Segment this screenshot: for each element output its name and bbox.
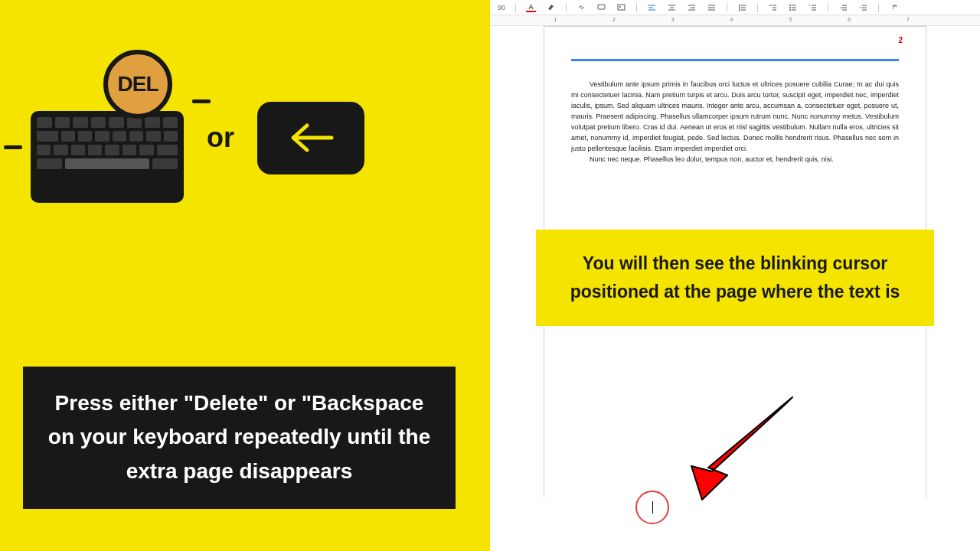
keyboard-with-del-icon: DEL [31, 69, 184, 207]
ruler-tick: 7 [906, 17, 910, 22]
svg-text:1: 1 [808, 3, 811, 7]
body-paragraph[interactable]: Vestibulum ante ipsum primis in faucibus… [571, 80, 899, 165]
google-docs-preview: 90 A [490, 0, 980, 551]
paragraph-2: Nunc nec neque. Phasellus leo dolor, tem… [590, 155, 834, 163]
or-text: or [207, 122, 234, 154]
header-divider [571, 59, 899, 61]
indent-decrease-icon[interactable] [838, 2, 848, 12]
tutorial-left-panel: DEL or Press either "Delete" or "Backspa… [0, 0, 490, 551]
numbered-list-icon[interactable]: 1 [808, 2, 818, 12]
align-justify-icon[interactable] [707, 2, 717, 12]
svg-point-24 [789, 9, 791, 11]
align-center-icon[interactable] [667, 2, 677, 12]
svg-rect-2 [618, 5, 625, 10]
keyboard-icon [31, 111, 184, 203]
docs-toolbar: 90 A [490, 0, 980, 15]
svg-text:T: T [891, 4, 896, 11]
backspace-key-icon [257, 102, 364, 174]
clear-formatting-icon[interactable]: T [889, 2, 899, 12]
paragraph-1: Vestibulum ante ipsum primis in faucibus… [571, 80, 899, 152]
svg-point-23 [789, 7, 791, 8]
ruler-tick: 6 [848, 17, 851, 22]
ruler-tick: 1 [554, 17, 557, 22]
highlight-icon[interactable] [546, 2, 556, 12]
svg-point-3 [619, 6, 621, 8]
line-spacing-icon[interactable] [737, 2, 747, 12]
bullet-list-icon[interactable] [788, 2, 798, 12]
speed-line-icon [192, 99, 211, 103]
svg-rect-1 [598, 5, 605, 9]
speed-line-icon [4, 145, 22, 149]
svg-point-22 [789, 5, 791, 6]
cursor-highlight-circle [635, 491, 669, 524]
comment-icon[interactable] [596, 2, 606, 12]
right-caption: You will then see the blinking cursor po… [536, 230, 934, 326]
indent-increase-icon[interactable] [858, 2, 868, 12]
del-label: DEL [118, 72, 158, 96]
ruler-tick: 3 [671, 17, 675, 22]
ruler-tick: 5 [789, 17, 792, 22]
ruler-tick: 2 [612, 17, 616, 22]
checklist-icon[interactable] [768, 2, 778, 12]
align-left-icon[interactable] [647, 2, 657, 12]
key-icons-row: DEL or [31, 69, 467, 207]
zoom-level[interactable]: 90 [498, 4, 505, 11]
text-cursor-icon [652, 501, 653, 514]
del-key-badge: DEL [103, 50, 172, 119]
horizontal-ruler: 1 2 3 4 5 6 7 [490, 15, 980, 26]
align-right-icon[interactable] [687, 2, 697, 12]
image-icon[interactable] [616, 2, 626, 12]
page-number: 2 [898, 36, 903, 44]
red-arrow-annotation [670, 391, 800, 509]
link-icon[interactable] [577, 2, 586, 12]
left-caption: Press either "Delete" or "Backspace on y… [23, 367, 456, 509]
ruler-tick: 4 [730, 17, 733, 22]
text-color-icon[interactable]: A [526, 2, 536, 12]
